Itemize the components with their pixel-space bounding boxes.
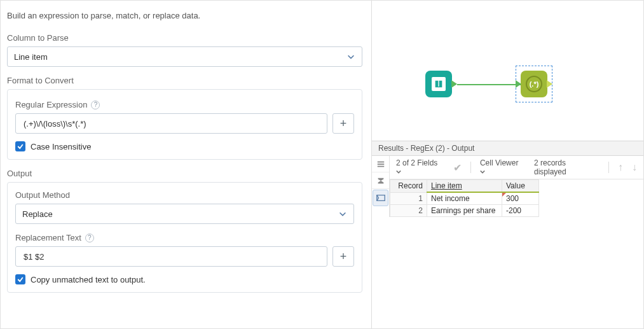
table-row[interactable]: 1 Net income 300	[390, 192, 539, 205]
config-pane: Build an expression to parse, match, or …	[1, 1, 371, 328]
col-record[interactable]: Record	[390, 180, 427, 193]
output-group: Output Method Replace Replacement Text ?…	[7, 182, 362, 293]
output-port[interactable]	[547, 80, 552, 88]
table-row[interactable]: 2 Earnings per share -200	[390, 205, 539, 217]
regex-input[interactable]	[22, 118, 320, 129]
output-method-label: Output Method	[15, 190, 70, 200]
results-gutter	[372, 156, 390, 217]
copy-unmatched-label: Copy unmatched text to output.	[31, 275, 146, 284]
regex-node[interactable]: (.*)	[521, 71, 547, 97]
caret-down-icon	[480, 167, 485, 172]
plus-icon: +	[340, 250, 347, 263]
cell-record: 2	[390, 205, 427, 217]
output-port[interactable]	[451, 80, 457, 88]
results-grid[interactable]: Record Line item Value 1 Net income 300 …	[390, 179, 539, 217]
metadata-view-button[interactable]	[372, 156, 389, 172]
input-port[interactable]	[516, 80, 521, 88]
case-insensitive-checkbox[interactable]	[15, 141, 25, 151]
cell-value[interactable]: -200	[502, 205, 539, 217]
column-to-parse-label: Column to Parse	[7, 33, 362, 43]
col-line-item[interactable]: Line item	[427, 180, 502, 193]
svg-rect-1	[377, 164, 384, 165]
case-insensitive-label: Case Insensitive	[31, 142, 91, 151]
col-value[interactable]: Value	[502, 180, 539, 193]
arrow-up-icon[interactable]: ↑	[618, 162, 623, 173]
cell-line-item[interactable]: Net income	[427, 192, 502, 205]
app-root: Build an expression to parse, match, or …	[0, 0, 644, 329]
caret-down-icon	[396, 167, 401, 172]
results-toolbar: 2 of 2 Fields ✔ Cell Viewer 2 records di…	[390, 156, 643, 179]
format-to-convert-label: Format to Convert	[7, 76, 362, 85]
svg-rect-0	[377, 161, 384, 162]
error-marker-icon	[502, 193, 506, 197]
regex-label: Regular Expression	[15, 100, 87, 109]
svg-rect-2	[377, 165, 384, 167]
book-icon	[432, 77, 446, 91]
right-pane: (.*) Results - RegEx (2) - Output	[371, 1, 643, 328]
cell-value[interactable]: 300	[502, 192, 539, 205]
workflow-connection	[457, 84, 521, 85]
input-node[interactable]	[425, 71, 452, 97]
copy-unmatched-checkbox[interactable]	[15, 274, 25, 284]
replacement-input-wrap	[15, 246, 327, 267]
replacement-add-button[interactable]: +	[332, 246, 354, 267]
output-method-select[interactable]: Replace	[15, 204, 354, 224]
canvas[interactable]: (.*)	[372, 1, 643, 141]
output-label: Output	[7, 169, 362, 178]
separator	[608, 162, 609, 173]
format-group: Regular Expression ? + Case Insensitive	[7, 89, 362, 160]
records-summary: 2 records displayed	[534, 158, 599, 176]
cell-viewer-label: Cell Viewer	[480, 158, 518, 167]
intro-text: Build an expression to parse, match, or …	[7, 11, 362, 20]
check-icon[interactable]: ✔	[453, 162, 462, 174]
help-icon[interactable]: ?	[91, 101, 100, 109]
data-view-button[interactable]	[373, 190, 388, 206]
results-title: Results - RegEx (2) - Output	[372, 141, 643, 156]
regex-input-wrap	[15, 113, 327, 134]
sigma-view-button[interactable]	[372, 172, 389, 189]
help-icon[interactable]: ?	[85, 234, 94, 242]
cell-record: 1	[390, 192, 427, 205]
fields-summary: 2 of 2 Fields	[396, 158, 437, 167]
plus-icon: +	[340, 117, 347, 130]
grid-header-row: Record Line item Value	[390, 180, 539, 193]
output-method-value: Replace	[22, 209, 53, 219]
replacement-input[interactable]	[22, 251, 320, 262]
arrow-down-icon[interactable]: ↓	[632, 162, 637, 173]
column-to-parse-select[interactable]: Line item	[7, 46, 362, 67]
cell-viewer-dropdown[interactable]: Cell Viewer	[480, 158, 525, 176]
regex-add-button[interactable]: +	[332, 113, 354, 134]
regex-icon: (.*)	[526, 76, 542, 92]
separator	[470, 162, 471, 173]
regex-node-text: (.*)	[530, 80, 539, 88]
chevron-down-icon	[338, 209, 347, 218]
cell-line-item[interactable]: Earnings per share	[427, 205, 502, 217]
column-to-parse-value: Line item	[14, 52, 48, 62]
fields-dropdown[interactable]: 2 of 2 Fields	[396, 158, 444, 176]
results-area: 2 of 2 Fields ✔ Cell Viewer 2 records di…	[372, 156, 643, 217]
replacement-text-label: Replacement Text	[15, 233, 81, 242]
chevron-down-icon	[346, 52, 355, 61]
